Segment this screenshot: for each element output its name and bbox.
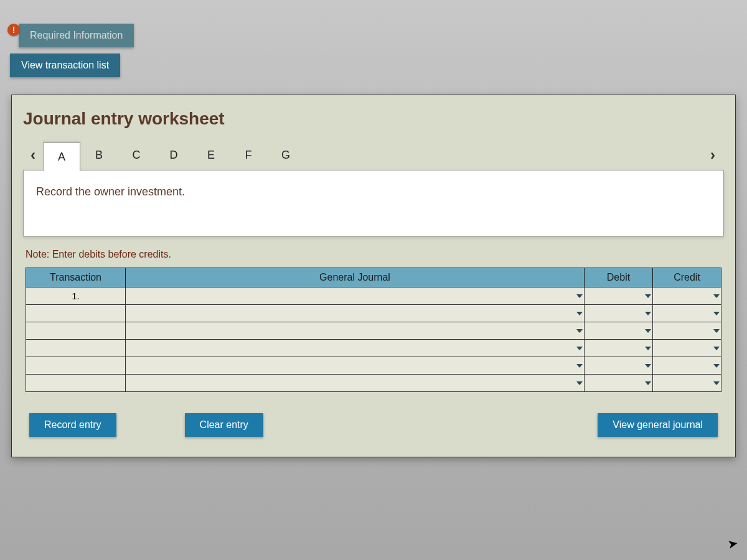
table-row	[26, 322, 721, 340]
dropdown-arrow-icon	[713, 347, 720, 350]
instruction-box: Record the owner investment.	[23, 170, 724, 236]
col-header-transaction: Transaction	[26, 268, 126, 287]
dropdown-arrow-icon	[713, 312, 720, 315]
col-header-debit: Debit	[585, 268, 653, 287]
dropdown-arrow-icon	[645, 347, 651, 350]
cell-debit[interactable]	[585, 305, 653, 322]
journal-table: Transaction General Journal Debit Credit…	[26, 268, 721, 392]
cell-general-journal[interactable]	[126, 340, 585, 357]
cell-transaction[interactable]	[26, 340, 126, 357]
table-row	[26, 357, 721, 375]
view-general-journal-button[interactable]: View general journal	[598, 413, 718, 437]
cell-credit[interactable]	[653, 340, 721, 357]
top-bar: ! Required Information View transaction …	[0, 0, 747, 77]
entry-tab-strip: ‹ A B C D E F G ›	[12, 140, 735, 170]
cursor-icon: ➤	[726, 536, 740, 553]
cell-debit[interactable]	[585, 375, 653, 392]
clear-entry-button[interactable]: Clear entry	[185, 413, 263, 437]
cell-general-journal[interactable]	[126, 305, 585, 322]
journal-worksheet-panel: Journal entry worksheet ‹ A B C D E F G …	[11, 95, 736, 457]
cell-credit[interactable]	[653, 322, 721, 340]
cell-general-journal[interactable]	[126, 287, 585, 305]
dropdown-arrow-icon	[713, 294, 720, 298]
tab-a[interactable]: A	[43, 142, 80, 171]
alert-badge-icon: !	[7, 24, 20, 36]
dropdown-arrow-icon	[713, 381, 720, 385]
dropdown-arrow-icon	[576, 294, 583, 298]
dropdown-arrow-icon	[576, 381, 583, 385]
table-row: 1.	[26, 287, 721, 305]
view-transaction-list-tab[interactable]: View transaction list	[10, 54, 120, 77]
note-text: Note: Enter debits before credits.	[12, 236, 735, 268]
cell-credit[interactable]	[653, 305, 721, 322]
dropdown-arrow-icon	[576, 329, 583, 333]
col-header-credit: Credit	[653, 268, 721, 287]
tab-b[interactable]: B	[80, 142, 118, 167]
table-row	[26, 340, 721, 357]
dropdown-arrow-icon	[645, 312, 651, 315]
journal-tbody: 1.	[26, 287, 721, 392]
dropdown-arrow-icon	[645, 329, 651, 333]
table-row	[26, 375, 721, 392]
cell-transaction[interactable]	[26, 375, 126, 392]
cell-debit[interactable]	[585, 322, 653, 340]
cell-credit[interactable]	[653, 357, 721, 375]
dropdown-arrow-icon	[576, 364, 583, 368]
cell-debit[interactable]	[585, 340, 653, 357]
cell-debit[interactable]	[585, 357, 653, 375]
cell-general-journal[interactable]	[126, 322, 585, 340]
dropdown-arrow-icon	[576, 347, 583, 350]
table-row	[26, 305, 721, 322]
cell-credit[interactable]	[653, 375, 721, 392]
cell-transaction[interactable]	[26, 357, 126, 375]
dropdown-arrow-icon	[713, 329, 720, 333]
chevron-left-icon[interactable]: ‹	[23, 146, 43, 164]
chevron-right-icon[interactable]: ›	[703, 146, 723, 164]
record-entry-button[interactable]: Record entry	[29, 413, 116, 437]
cell-transaction[interactable]	[26, 322, 126, 340]
dropdown-arrow-icon	[645, 381, 651, 385]
dropdown-arrow-icon	[576, 312, 583, 315]
cell-transaction[interactable]	[26, 305, 126, 322]
dropdown-arrow-icon	[645, 294, 651, 298]
cell-debit[interactable]	[585, 287, 653, 305]
tab-f[interactable]: F	[230, 142, 267, 167]
tab-g[interactable]: G	[267, 142, 304, 167]
cell-transaction[interactable]: 1.	[26, 287, 126, 305]
tab-c[interactable]: C	[118, 142, 155, 167]
cell-general-journal[interactable]	[126, 375, 585, 392]
tab-e[interactable]: E	[192, 142, 230, 167]
dropdown-arrow-icon	[645, 364, 651, 368]
dropdown-arrow-icon	[713, 364, 720, 368]
cell-general-journal[interactable]	[126, 357, 585, 375]
action-button-row: Record entry Clear entry View general jo…	[12, 392, 735, 457]
col-header-general-journal: General Journal	[126, 268, 585, 287]
tab-d[interactable]: D	[155, 142, 192, 167]
worksheet-title: Journal entry worksheet	[12, 95, 735, 140]
cell-credit[interactable]	[653, 287, 721, 305]
required-information-tab[interactable]: Required Information	[19, 24, 134, 47]
